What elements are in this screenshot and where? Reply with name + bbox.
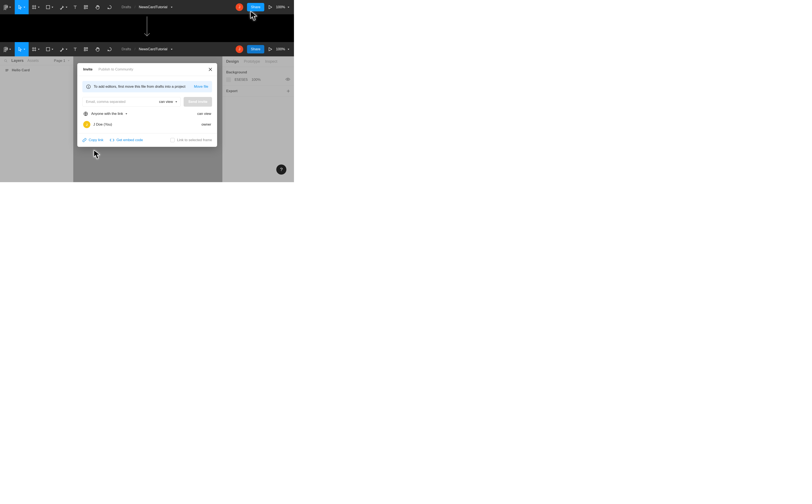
pen-tool[interactable] [56, 42, 70, 56]
permission-label: can view [159, 100, 173, 104]
text-icon [73, 5, 77, 9]
copy-link-button[interactable]: Copy link [82, 138, 103, 142]
hand-tool[interactable] [92, 0, 104, 14]
text-tool[interactable] [70, 0, 80, 14]
text-tool[interactable] [70, 42, 80, 56]
svg-rect-8 [46, 48, 50, 51]
link-to-frame-label: Link to selected frame [177, 138, 212, 142]
shape-tool[interactable] [43, 42, 56, 56]
breadcrumb-separator: / [134, 47, 136, 51]
user-row: J J Doe (You) owner [82, 121, 212, 128]
anyone-link-dropdown[interactable]: Anyone with the link [91, 112, 127, 116]
resources-tool[interactable] [80, 42, 92, 56]
frame-tool[interactable] [29, 0, 43, 14]
hand-tool[interactable] [92, 42, 104, 56]
pen-icon [59, 5, 64, 10]
anyone-permission[interactable]: can view [197, 112, 211, 116]
breadcrumb-file[interactable]: NewsCardTutorial [139, 47, 172, 51]
zoom-dropdown[interactable]: 100% [276, 5, 289, 9]
comment-tool[interactable] [104, 0, 115, 14]
svg-rect-4 [84, 8, 85, 9]
svg-rect-9 [84, 48, 85, 49]
move-tool[interactable] [15, 0, 29, 14]
play-icon [268, 47, 272, 52]
dialog-tab-publish[interactable]: Publish to Community [98, 67, 133, 72]
comment-tool[interactable] [104, 42, 115, 56]
play-icon [268, 5, 272, 9]
frame-tool[interactable] [29, 42, 43, 56]
toolbar-right: J Share 100% [236, 42, 294, 56]
top-toolbar-state-a: Drafts / NewsCardTutorial J Share 100% [0, 0, 294, 14]
pen-tool[interactable] [56, 0, 70, 14]
dialog-tab-invite[interactable]: Invite [83, 67, 92, 72]
breadcrumb-drafts[interactable]: Drafts [121, 47, 131, 51]
breadcrumb-file[interactable]: NewsCardTutorial [139, 5, 172, 9]
resources-icon [84, 5, 88, 9]
figma-logo-icon [4, 4, 8, 10]
email-input[interactable]: Email, comma separated can view [82, 97, 181, 107]
close-icon [208, 67, 213, 72]
svg-rect-2 [84, 5, 85, 7]
send-invite-button[interactable]: Send invite [183, 97, 212, 107]
frame-icon [32, 47, 37, 52]
rectangle-icon [46, 47, 50, 52]
share-button[interactable]: Share [247, 3, 264, 11]
user-avatar[interactable]: J [236, 3, 243, 11]
embed-code-button[interactable]: Get embed code [110, 138, 143, 142]
anyone-link-label: Anyone with the link [91, 112, 123, 116]
link-to-frame-checkbox[interactable]: Link to selected frame [170, 138, 212, 142]
present-button[interactable] [268, 5, 272, 9]
hand-icon [95, 47, 100, 52]
user-avatar[interactable]: J [236, 45, 243, 53]
comment-icon [107, 47, 112, 52]
code-icon [110, 138, 114, 142]
link-permission-row: Anyone with the link can view [82, 111, 212, 116]
user-name: J Doe (You) [93, 122, 112, 127]
dialog-header: Invite Publish to Community [77, 63, 217, 76]
copy-link-label: Copy link [89, 138, 103, 142]
breadcrumb: Drafts / NewsCardTutorial [121, 47, 172, 51]
help-button[interactable]: ? [276, 164, 286, 175]
embed-code-label: Get embed code [116, 138, 143, 142]
chevron-down-icon [171, 7, 172, 8]
close-button[interactable] [208, 67, 213, 73]
svg-rect-10 [86, 48, 88, 49]
move-tool[interactable] [15, 42, 29, 56]
resources-tool[interactable] [80, 0, 92, 14]
link-icon [82, 138, 86, 142]
share-button[interactable]: Share [247, 45, 264, 53]
figma-logo-icon [4, 46, 8, 52]
frame-icon [32, 5, 37, 10]
svg-rect-11 [84, 50, 85, 51]
svg-rect-1 [46, 5, 50, 9]
file-name: NewsCardTutorial [139, 5, 167, 9]
zoom-dropdown[interactable]: 100% [276, 47, 289, 51]
move-file-link[interactable]: Move file [194, 85, 208, 89]
zoom-value: 100% [276, 5, 285, 9]
breadcrumb-drafts[interactable]: Drafts [121, 5, 131, 9]
pen-icon [59, 47, 64, 52]
figma-menu[interactable] [0, 42, 15, 56]
user-permission: owner [201, 122, 211, 127]
file-name: NewsCardTutorial [139, 47, 167, 51]
breadcrumb-separator: / [134, 5, 136, 9]
shape-tool[interactable] [43, 0, 56, 14]
email-placeholder: Email, comma separated [86, 100, 125, 104]
checkbox-icon [170, 138, 174, 142]
chevron-down-icon [288, 7, 289, 8]
present-button[interactable] [268, 47, 272, 52]
cursor-icon [18, 5, 22, 9]
globe-icon [83, 111, 88, 116]
breadcrumb: Drafts / NewsCardTutorial [121, 5, 172, 9]
permission-dropdown[interactable]: can view [159, 100, 177, 104]
chevron-down-icon [125, 113, 127, 114]
info-icon [86, 84, 91, 89]
figma-menu[interactable] [0, 0, 15, 14]
dialog-footer: Copy link Get embed code Link to selecte… [77, 133, 217, 147]
toolbar-right: J Share 100% [236, 0, 294, 14]
invite-row: Email, comma separated can view Send inv… [82, 97, 212, 107]
chevron-down-icon [288, 49, 289, 50]
info-message: To add editors, first move this file fro… [94, 85, 191, 89]
zoom-value: 100% [276, 47, 285, 51]
cursor-icon [18, 47, 22, 52]
